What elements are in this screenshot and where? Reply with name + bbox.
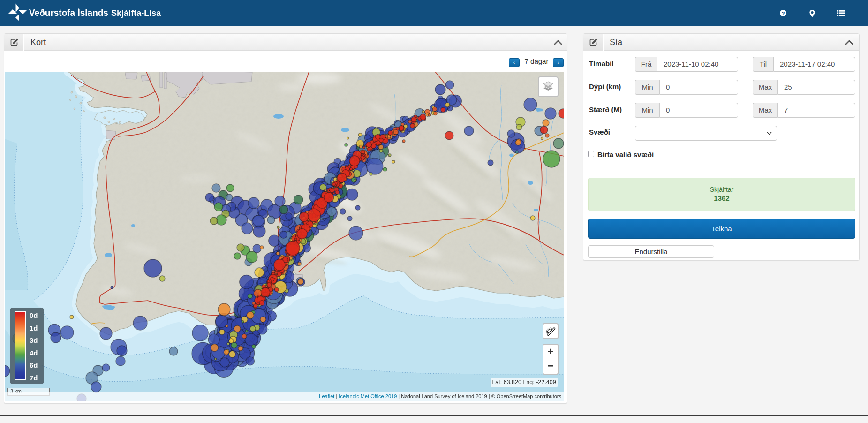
svg-text:?: ? [782,11,785,16]
